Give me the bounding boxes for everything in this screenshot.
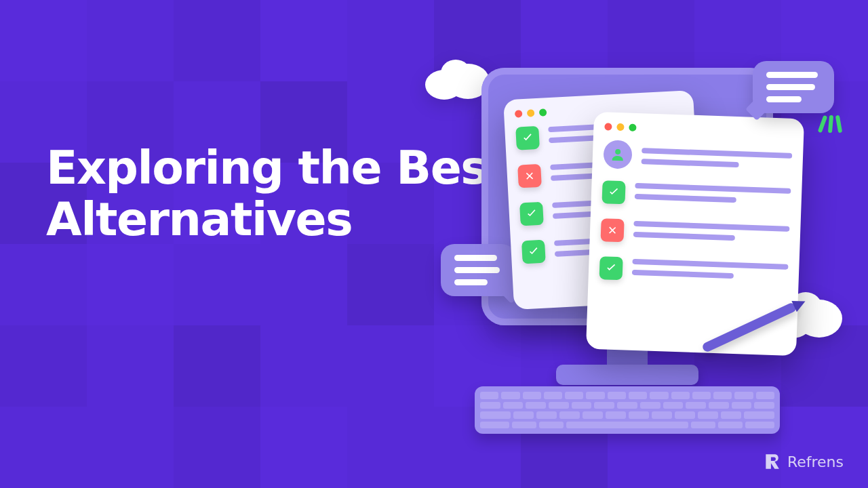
brand-name: Refrens <box>787 453 844 470</box>
monitor-base <box>556 365 698 385</box>
cross-icon <box>601 218 625 242</box>
speech-bubble-icon <box>753 61 834 113</box>
hero-illustration <box>434 41 814 420</box>
checkmark-icon <box>515 126 540 150</box>
checkmark-icon <box>599 256 623 280</box>
svg-point-2 <box>441 60 471 87</box>
refrens-logo-icon <box>763 453 781 470</box>
speech-bubble-icon <box>441 244 515 296</box>
checkmark-icon <box>601 180 625 204</box>
window-traffic-lights <box>604 123 793 137</box>
brand-logo: Refrens <box>763 453 844 470</box>
user-avatar-icon <box>603 140 632 169</box>
accent-marks-icon <box>821 115 841 133</box>
cross-icon <box>517 164 542 188</box>
checkmark-icon <box>521 240 546 264</box>
checkmark-icon <box>519 202 544 226</box>
svg-point-6 <box>615 149 620 155</box>
keyboard-icon <box>475 386 780 434</box>
